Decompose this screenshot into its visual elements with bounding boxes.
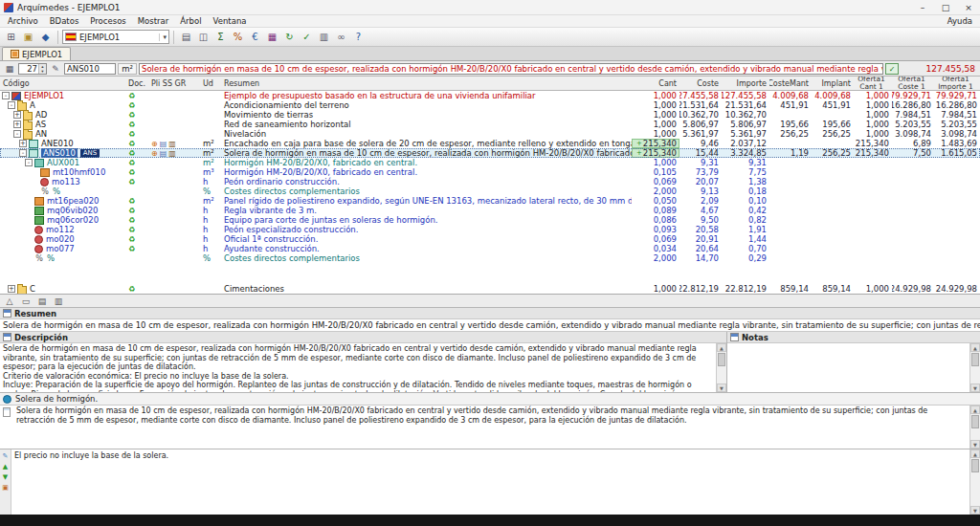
col-ud[interactable]: Ud bbox=[201, 77, 222, 90]
layout-icon[interactable]: ▤ bbox=[35, 296, 49, 306]
scroll-down-icon[interactable]: ▼ bbox=[970, 384, 980, 392]
table-row[interactable]: mq06vib020♻hRegla vibrante de 3 m.0,0894… bbox=[0, 206, 980, 215]
table-row[interactable]: %%%Costes directos complementarios2,0001… bbox=[0, 253, 980, 263]
row-code-cell[interactable]: -EJEMPLO1 bbox=[0, 91, 126, 100]
table-row[interactable]: mo112♻hPeón especializado construcción.0… bbox=[0, 225, 980, 234]
price-note-text[interactable]: El precio no incluye la base de la soler… bbox=[11, 449, 969, 515]
up-icon[interactable]: ▲ bbox=[3, 463, 8, 471]
table-row[interactable]: -ANS010ANS♻⊕▤▥m²Solera de hormigón en ma… bbox=[0, 148, 980, 158]
menu-procesos[interactable]: Procesos bbox=[84, 16, 131, 26]
row-code-cell[interactable]: -ANS010ANS bbox=[0, 148, 126, 158]
row-code-cell[interactable]: mt10hmf010 bbox=[0, 167, 126, 177]
percent-icon[interactable]: % bbox=[230, 30, 246, 45]
descripcion-text[interactable]: Solera de hormigón en masa de 10 cm de e… bbox=[0, 343, 716, 392]
row-code-cell[interactable]: -AUX001 bbox=[0, 158, 126, 167]
short-text[interactable]: Solera de hormigón. bbox=[15, 394, 98, 404]
minimize-button[interactable]: – bbox=[911, 0, 934, 14]
close-button[interactable]: × bbox=[957, 0, 980, 14]
table-row[interactable]: +AS♻Red de saneamiento horizontal1,0005.… bbox=[0, 120, 980, 129]
menu-ayuda[interactable]: Ayuda bbox=[942, 16, 978, 26]
row-code-cell[interactable]: %% bbox=[0, 253, 126, 263]
row-code-cell[interactable]: mq06vib020 bbox=[0, 206, 126, 215]
resumen-text[interactable]: Solera de hormigón en masa de 10 cm de e… bbox=[0, 319, 980, 332]
col-implant[interactable]: Implant bbox=[812, 77, 854, 90]
print-icon[interactable]: ▤ bbox=[178, 30, 194, 45]
table-row[interactable]: +AD♻Movimiento de tierras1,00010.362,701… bbox=[0, 110, 980, 120]
row-code-cell[interactable]: +ANE010 bbox=[0, 139, 126, 148]
table-row[interactable]: mo077♻hAyudante construcción.0,03420,640… bbox=[0, 244, 980, 253]
menu-arbol[interactable]: Árbol bbox=[174, 16, 207, 26]
pencil-icon[interactable]: ✎ bbox=[49, 64, 62, 74]
collapse-icon[interactable]: - bbox=[8, 101, 15, 109]
summary-field[interactable]: Solera de hormigón en masa de 10 cm de e… bbox=[139, 63, 883, 75]
collapse-icon[interactable]: - bbox=[19, 149, 27, 157]
scroll-down-icon[interactable]: ▼ bbox=[717, 384, 726, 392]
scroll-down-icon[interactable]: ▼ bbox=[970, 506, 980, 515]
col-pli-ss-gr[interactable]: Pli SS GR bbox=[151, 77, 201, 90]
open-database-icon[interactable]: ▣ bbox=[20, 30, 36, 45]
col-oferta1-importe[interactable]: Oferta1 Importe 1 bbox=[934, 77, 980, 90]
col-oferta1-cant[interactable]: Oferta1 Cant 1 bbox=[854, 77, 892, 90]
table-row[interactable]: mq06cor020♻hEquipo para corte de juntas … bbox=[0, 215, 980, 225]
maximize-button[interactable]: □ bbox=[934, 0, 957, 14]
descripcion-scrollbar[interactable]: ▲ ▼ bbox=[716, 343, 726, 392]
detail-grid-icon[interactable]: ▥ bbox=[52, 296, 65, 306]
table-row[interactable]: mo113♻hPeón ordinario construcción.0,069… bbox=[0, 177, 980, 186]
menu-archivo[interactable]: Archivo bbox=[2, 16, 44, 26]
scroll-up-icon[interactable]: ▲ bbox=[717, 343, 726, 352]
link-icon[interactable]: ∞ bbox=[333, 30, 349, 45]
row-code-cell[interactable]: +C bbox=[0, 284, 126, 295]
scroll-thumb[interactable] bbox=[971, 353, 979, 366]
spin-down-icon[interactable]: ▾ bbox=[39, 69, 46, 74]
scroll-thumb[interactable] bbox=[718, 353, 725, 366]
note-icon[interactable]: ▣ bbox=[2, 484, 9, 492]
scroll-down-icon[interactable]: ▼ bbox=[970, 440, 980, 449]
collapse-icon[interactable]: - bbox=[13, 130, 21, 138]
scroll-thumb[interactable] bbox=[971, 415, 979, 428]
row-code-cell[interactable]: mo020 bbox=[0, 234, 126, 244]
col-costemant[interactable]: CosteMant bbox=[769, 77, 812, 90]
save-icon[interactable]: ◆ bbox=[37, 30, 54, 45]
menu-bdatos[interactable]: BDatos bbox=[44, 16, 85, 26]
preview-icon[interactable]: ◫ bbox=[195, 30, 212, 45]
table-row[interactable]: -AN♻Nivelación1,0005.361,975.361,97256,2… bbox=[0, 129, 980, 139]
down-icon[interactable]: ▼ bbox=[3, 473, 8, 481]
scroll-up-icon[interactable]: ▲ bbox=[970, 449, 980, 458]
row-code-cell[interactable]: -AN bbox=[0, 129, 126, 140]
col-codigo[interactable]: Código bbox=[0, 77, 126, 90]
table-row[interactable]: mo020♻hOficial 1ª construcción.0,06920,9… bbox=[0, 234, 980, 244]
chevron-down-icon[interactable]: ▾ bbox=[159, 33, 167, 41]
grid-icon[interactable]: ▦ bbox=[3, 64, 16, 74]
row-code-cell[interactable]: mo113 bbox=[0, 177, 126, 186]
row-code-cell[interactable]: mq06cor020 bbox=[0, 215, 126, 225]
collapse-icon[interactable]: - bbox=[2, 92, 10, 99]
row-code-cell[interactable]: mo077 bbox=[0, 244, 126, 253]
full-text-scrollbar[interactable]: ▲ ▼ bbox=[969, 405, 980, 449]
notas-scrollbar[interactable]: ▲ ▼ bbox=[969, 343, 980, 392]
row-code-cell[interactable]: mt16pea020 bbox=[0, 196, 126, 206]
pointer-icon[interactable]: △ bbox=[3, 296, 16, 306]
row-number-field[interactable]: 27 ▴ ▾ bbox=[18, 63, 47, 75]
table-row[interactable]: +ANE010♻⊕▤▥m²Encachado en caja para base… bbox=[0, 139, 980, 148]
col-coste[interactable]: Coste bbox=[679, 77, 722, 90]
row-code-cell[interactable]: %% bbox=[0, 186, 126, 196]
table-row[interactable]: -AUX001♻m²Hormigón HM-20/B/20/X0, fabric… bbox=[0, 158, 980, 167]
scroll-thumb[interactable] bbox=[971, 459, 979, 472]
table-row[interactable]: +C♻Cimentaciones1,00022.812,1922.812,198… bbox=[0, 284, 980, 294]
project-selector[interactable]: EJEMPLO1 ▾ bbox=[62, 30, 169, 44]
expand-icon[interactable]: + bbox=[13, 111, 21, 119]
euro-icon[interactable]: € bbox=[247, 30, 263, 45]
expand-icon[interactable]: + bbox=[13, 121, 21, 128]
col-importe[interactable]: Importe bbox=[722, 77, 769, 90]
col-cant[interactable]: Cant bbox=[632, 77, 679, 90]
table-row[interactable]: mt10hmf010♻m³Hormigón HM-20/B/20/X0, fab… bbox=[0, 167, 980, 177]
check-icon[interactable]: ✓ bbox=[299, 30, 315, 45]
accept-button[interactable]: ✓ bbox=[885, 63, 899, 75]
menu-mostrar[interactable]: Mostrar bbox=[132, 16, 175, 26]
spinner-buttons[interactable]: ▴ ▾ bbox=[38, 64, 46, 74]
split-view-icon[interactable]: ▭ bbox=[19, 296, 33, 306]
expand-icon[interactable]: + bbox=[8, 285, 15, 293]
table-row[interactable]: mt16pea020♻m²Panel rígido de poliestiren… bbox=[0, 196, 980, 206]
price-note-scrollbar[interactable]: ▲ ▼ bbox=[969, 449, 980, 515]
refresh-icon[interactable]: ↻ bbox=[281, 30, 298, 45]
